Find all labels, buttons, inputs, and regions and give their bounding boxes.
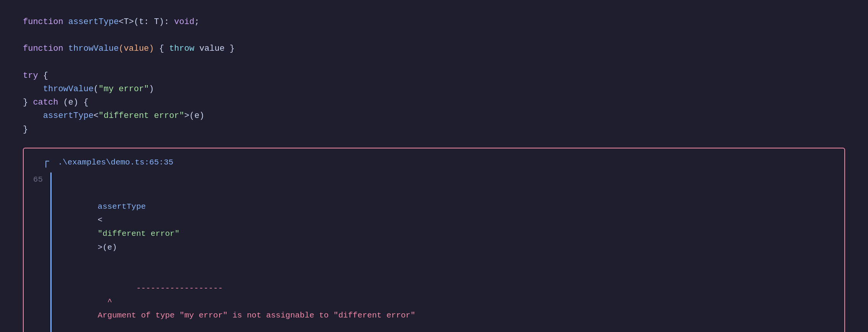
keyword-try: try — [23, 69, 38, 82]
error-box: ┌ .\examples\demo.ts:65:35 65 assertType… — [23, 148, 845, 332]
error-underline: ------------------ — [98, 284, 223, 293]
keyword-void: void — [174, 15, 194, 29]
string-different-error: "different error" — [99, 109, 184, 122]
string-my-error: "my error" — [99, 82, 149, 96]
error-location: ┌ .\examples\demo.ts:65:35 — [31, 156, 833, 169]
error-code-main-line: assertType < "different error" >(e) — [59, 172, 833, 268]
param-value: (value) — [119, 42, 154, 55]
fn-asserttype-call: assertType — [43, 109, 94, 122]
keyword-function-2: function — [23, 42, 63, 55]
error-content: 65 assertType < "different error" >(e) -… — [31, 172, 833, 332]
code-line-1: function assertType <T>(t: T): void ; — [23, 15, 845, 29]
error-code-block: assertType < "different error" >(e) ----… — [59, 172, 833, 332]
error-caret: ^ — [98, 297, 117, 306]
keyword-throw: throw — [169, 42, 194, 55]
error-message-text: Argument of type "my error" is not assig… — [98, 311, 415, 320]
error-line-number: 65 — [31, 172, 50, 186]
keyword-catch: catch — [33, 96, 58, 109]
code-line-6: assertType < "different error" >(e) — [23, 109, 845, 122]
code-line-blank1 — [23, 29, 845, 42]
error-underline-line: ------------------ ^ Argument of type "m… — [59, 268, 833, 332]
location-bracket: ┌ — [43, 156, 49, 168]
code-area: function assertType <T>(t: T): void ; fu… — [23, 15, 845, 136]
function-name-throwvalue: throwValue — [68, 42, 119, 55]
code-line-2: function throwValue (value) { throw valu… — [23, 42, 845, 55]
keyword-function: function — [23, 15, 63, 29]
code-line-blank2 — [23, 56, 845, 69]
code-line-3: try { — [23, 69, 845, 82]
code-line-5: } catch (e) { — [23, 96, 845, 109]
code-line-4: throwValue ( "my error" ) — [23, 82, 845, 96]
fn-throwvalue-call: throwValue — [43, 82, 94, 96]
code-line-7: } — [23, 123, 845, 136]
function-name-asserttype: assertType — [68, 15, 119, 29]
error-file-path: .\examples\demo.ts:65:35 — [58, 158, 173, 167]
error-vertical-bar — [50, 172, 52, 332]
